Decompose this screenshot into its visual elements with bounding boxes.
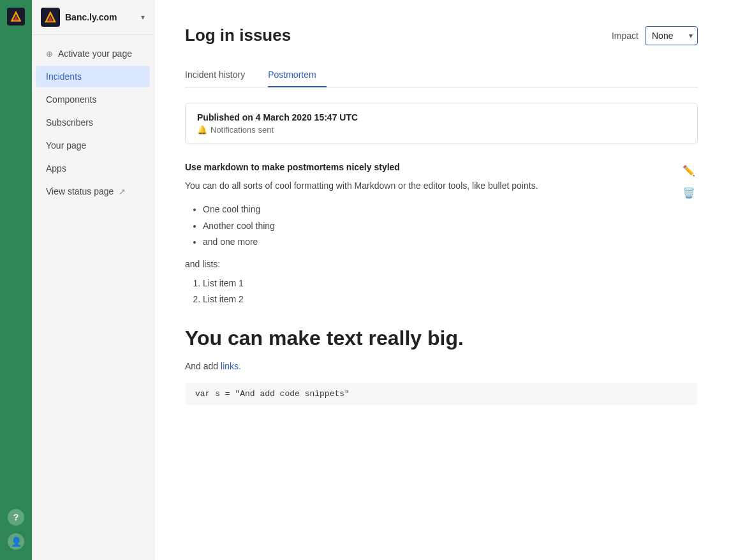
sidebar-item-apps-label: Apps — [46, 163, 66, 173]
tabs: Incident history Postmortem — [185, 63, 698, 87]
trash-icon: 🗑️ — [682, 187, 695, 199]
sidebar-item-view-status-label: View status page — [46, 186, 114, 196]
tab-incident-history[interactable]: Incident history — [185, 63, 255, 87]
page-title: Log in issues — [185, 26, 291, 45]
sidebar-item-incidents-label: Incidents — [46, 71, 82, 82]
sidebar-item-subscribers[interactable]: Subscribers — [36, 112, 150, 133]
and-add-label: And add — [185, 361, 221, 371]
published-title: Published on 4 March 2020 15:47 UTC — [197, 112, 686, 122]
sidebar-nav: ⊕ Activate your page Incidents Component… — [32, 35, 154, 560]
bullet-list: One cool thing Another cool thing and on… — [185, 202, 698, 250]
main-content: Log in issues Impact None Minor Major Cr… — [154, 0, 752, 560]
tab-postmortem[interactable]: Postmortem — [268, 63, 326, 87]
sidebar-item-components[interactable]: Components — [36, 89, 150, 110]
sidebar-brand-header[interactable]: Banc.ly.com ▾ — [32, 0, 154, 35]
sidebar-item-apps[interactable]: Apps — [36, 158, 150, 179]
and-add-text: And add links. — [185, 359, 698, 373]
published-box: Published on 4 March 2020 15:47 UTC 🔔 No… — [185, 103, 698, 144]
links-link[interactable]: links. — [221, 361, 241, 371]
pencil-icon: ✏️ — [682, 165, 695, 177]
brand-name-label: Banc.ly.com — [65, 12, 136, 22]
published-subtitle: Notifications sent — [210, 125, 274, 135]
impact-label: Impact — [612, 31, 638, 41]
sidebar: Banc.ly.com ▾ ⊕ Activate your page Incid… — [32, 0, 154, 560]
external-link-icon: ↗ — [119, 187, 126, 196]
impact-row: Impact None Minor Major Critical — [612, 26, 698, 45]
help-icon-button[interactable]: ? — [8, 509, 24, 526]
list-item: Another cool thing — [203, 218, 698, 234]
sidebar-item-incidents[interactable]: Incidents — [36, 66, 150, 87]
and-lists-text: and lists: — [185, 259, 698, 269]
user-icon-button[interactable]: 👤 — [8, 533, 24, 550]
user-avatar-icon: 👤 — [11, 536, 22, 547]
app-bar: ? 👤 — [0, 0, 32, 560]
sidebar-item-activate[interactable]: ⊕ Activate your page — [36, 43, 150, 64]
section-text: You can do all sorts of cool formatting … — [185, 179, 698, 193]
question-mark-icon: ? — [13, 512, 19, 522]
numbered-list-item: List item 1 — [203, 276, 698, 291]
numbered-list: List item 1 List item 2 — [185, 276, 698, 307]
published-sub: 🔔 Notifications sent — [197, 125, 686, 135]
list-item: and one more — [203, 234, 698, 250]
sidebar-item-your-page[interactable]: Your page — [36, 135, 150, 156]
sidebar-item-your-page-label: Your page — [46, 140, 86, 151]
content-actions: ✏️ 🗑️ — [680, 162, 698, 202]
edit-button[interactable]: ✏️ — [680, 162, 698, 179]
sidebar-item-activate-label: Activate your page — [58, 48, 132, 59]
header-row: Log in issues Impact None Minor Major Cr… — [185, 26, 698, 45]
numbered-list-item: List item 2 — [203, 291, 698, 307]
app-logo[interactable] — [7, 8, 25, 26]
code-block: var s = "And add code snippets" — [185, 383, 698, 405]
section-heading: Use markdown to make postmortems nicely … — [185, 162, 698, 172]
impact-select[interactable]: None Minor Major Critical — [645, 26, 698, 45]
sidebar-item-subscribers-label: Subscribers — [46, 117, 93, 128]
sidebar-item-components-label: Components — [46, 94, 96, 105]
delete-button[interactable]: 🗑️ — [680, 184, 698, 202]
list-item: One cool thing — [203, 202, 698, 217]
sidebar-item-view-status[interactable]: View status page ↗ — [36, 181, 150, 202]
brand-logo-icon — [41, 8, 60, 27]
sidebar-chevron-icon: ▾ — [141, 13, 145, 22]
app-bar-bottom: ? 👤 — [8, 509, 24, 560]
bell-icon: 🔔 — [197, 125, 207, 135]
content-section: ✏️ 🗑️ Use markdown to make postmortems n… — [185, 162, 698, 405]
big-heading: You can make text really big. — [185, 327, 698, 350]
activate-icon: ⊕ — [46, 49, 53, 59]
impact-select-wrapper[interactable]: None Minor Major Critical — [645, 26, 698, 45]
